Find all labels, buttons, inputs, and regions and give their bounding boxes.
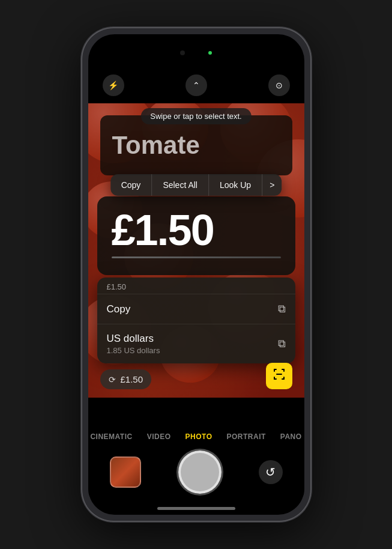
dynamic-island xyxy=(160,43,232,63)
phone-frame: ⚡ ⌃ ⊙ Swipe or tap to select text xyxy=(82,28,310,521)
screen: ⚡ ⌃ ⊙ Swipe or tap to select text xyxy=(88,34,304,515)
look-up-context-button[interactable]: Look Up xyxy=(209,174,262,196)
price-card: £1.50 xyxy=(97,196,295,275)
usdollars-action-title: US dollars xyxy=(107,333,160,345)
live-text-badge[interactable]: ⟳ £1.50 xyxy=(100,369,152,389)
mode-portrait[interactable]: PORTRAIT xyxy=(226,432,265,441)
usdollars-action-left: US dollars 1.85 US dollars xyxy=(107,333,160,355)
live-icon: ⊙ xyxy=(276,80,283,90)
usdollars-action-item[interactable]: US dollars 1.85 US dollars ⧉ xyxy=(97,324,295,363)
viewfinder[interactable]: Swipe or tap to select text. Tomate Copy… xyxy=(88,103,304,398)
sign-card: Tomate xyxy=(100,115,292,175)
svg-rect-7 xyxy=(283,377,285,380)
sign-text: Tomate xyxy=(112,131,200,160)
context-menu-bar: Copy Select All Look Up > xyxy=(110,174,282,196)
svg-rect-3 xyxy=(283,369,285,372)
price-divider xyxy=(112,256,281,258)
shutter-button[interactable] xyxy=(178,450,222,494)
home-indicator xyxy=(157,507,235,510)
svg-rect-5 xyxy=(274,377,275,380)
mode-pano[interactable]: PANO xyxy=(280,432,302,441)
mode-video[interactable]: VIDEO xyxy=(147,432,171,441)
copy-action-title: Copy xyxy=(107,303,131,315)
copy-action-left: Copy xyxy=(107,303,131,315)
flash-icon: ⚡ xyxy=(108,80,118,90)
dynamic-island-sensor xyxy=(180,50,185,55)
usdollars-action-icon: ⧉ xyxy=(278,338,286,350)
mode-photo[interactable]: PHOTO xyxy=(185,432,213,441)
select-all-context-button[interactable]: Select All xyxy=(152,174,209,196)
price-display: £1.50 xyxy=(112,208,281,252)
flip-icon: ↺ xyxy=(265,465,276,479)
more-icon: > xyxy=(270,180,274,190)
scan-icon xyxy=(272,367,286,385)
swipe-hint: Swipe or tap to select text. xyxy=(140,108,251,124)
live-button[interactable]: ⊙ xyxy=(268,74,290,96)
camera-controls: ↺ xyxy=(88,447,304,497)
photo-thumbnail[interactable] xyxy=(110,456,141,488)
scan-button[interactable] xyxy=(266,363,292,389)
chevron-up-icon: ⌃ xyxy=(193,80,200,90)
dynamic-island-camera xyxy=(208,51,212,55)
mode-cinematic[interactable]: CINEMATIC xyxy=(90,432,132,441)
svg-rect-8 xyxy=(276,374,282,375)
copy-context-button[interactable]: Copy xyxy=(110,174,152,196)
usdollars-action-sub: 1.85 US dollars xyxy=(107,346,160,355)
flip-camera-button[interactable]: ↺ xyxy=(259,460,283,484)
copy-action-icon: ⧉ xyxy=(278,303,286,315)
live-text-icon: ⟳ xyxy=(109,375,116,384)
camera-options-button[interactable]: ⌃ xyxy=(185,74,207,96)
flash-button[interactable]: ⚡ xyxy=(103,74,124,96)
copy-action-item[interactable]: Copy ⧉ xyxy=(97,294,295,324)
camera-modes-bar: CINEMATIC VIDEO PHOTO PORTRAIT PANO xyxy=(88,425,304,449)
live-text-price: £1.50 xyxy=(121,374,143,384)
action-menu: £1.50 Copy ⧉ US dollars 1.85 US dollars … xyxy=(97,278,295,363)
camera-top-bar: ⚡ ⌃ ⊙ xyxy=(88,67,304,103)
more-context-button[interactable]: > xyxy=(262,174,282,196)
svg-rect-1 xyxy=(274,369,275,372)
action-menu-header: £1.50 xyxy=(97,278,295,294)
